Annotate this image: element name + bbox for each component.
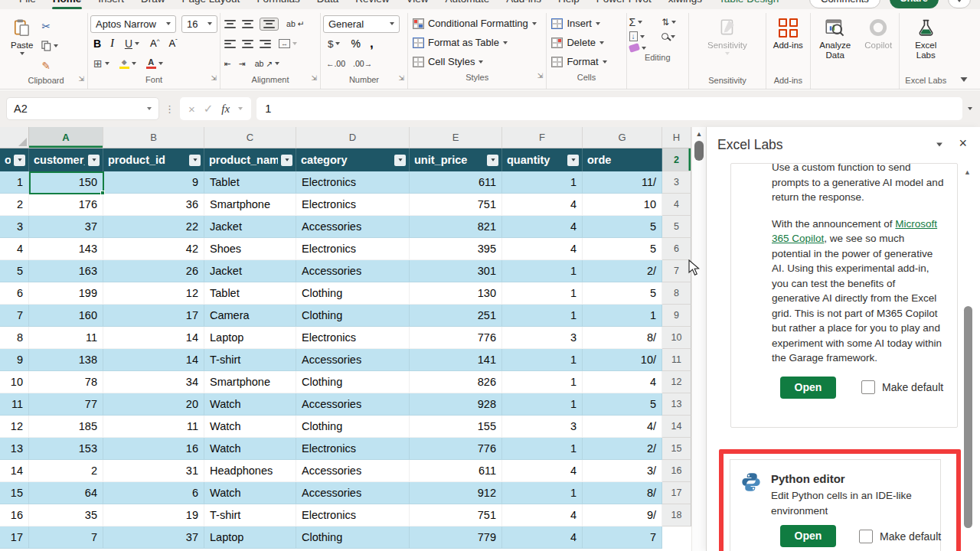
borders-button[interactable]: ⊞ [92, 55, 111, 73]
cell[interactable]: 8 [0, 327, 29, 349]
cell[interactable]: 5 [583, 216, 662, 238]
cell[interactable]: 4 [502, 527, 583, 549]
cell[interactable]: Electronics [296, 504, 410, 527]
row-header-12[interactable]: 12 [662, 371, 691, 393]
cell[interactable]: 19 [103, 504, 204, 527]
cell[interactable]: 4 [502, 460, 583, 482]
cell[interactable]: Electronics [296, 438, 410, 460]
cell[interactable]: 3/ [583, 460, 662, 482]
cell[interactable]: 10 [0, 371, 29, 393]
row-header-10[interactable]: 10 [662, 327, 691, 349]
cell[interactable]: 20 [103, 393, 204, 416]
add-ins-button[interactable]: Add-ins [769, 14, 807, 53]
increase-indent-button[interactable]: ⇥ [239, 59, 246, 68]
tab-help[interactable]: Help [550, 0, 588, 9]
filter-button[interactable] [567, 155, 579, 166]
cell[interactable]: Clothing [296, 416, 410, 438]
cell[interactable]: 1 [502, 171, 583, 194]
merge-center-button[interactable]: ↔ [277, 35, 299, 53]
wrap-text-button[interactable]: ab↵ [285, 15, 306, 33]
cell[interactable]: 821 [410, 216, 502, 238]
cell[interactable]: 3 [502, 327, 583, 349]
cell[interactable]: 150 [29, 171, 103, 194]
column-header-G[interactable]: G [583, 127, 662, 148]
row-header-17[interactable]: 17 [662, 482, 691, 504]
cell[interactable]: 36 [103, 194, 204, 216]
cell[interactable]: Watch [204, 438, 296, 460]
cell[interactable]: 13 [0, 438, 29, 460]
cell[interactable]: 7 [29, 527, 103, 549]
table-header-customer_id[interactable]: customer_id [29, 148, 103, 171]
increase-decimal-button[interactable]: .00→ [353, 59, 372, 68]
cell[interactable]: 14 [103, 327, 204, 349]
name-box[interactable]: A2 [6, 97, 159, 120]
cell[interactable]: 11/ [583, 171, 662, 194]
table-header-orde[interactable]: orde [583, 148, 662, 171]
cell[interactable]: 12 [0, 416, 29, 438]
find-select-button[interactable] [662, 31, 686, 41]
cell[interactable]: Electronics [296, 194, 410, 216]
row-header-6[interactable]: 6 [662, 238, 691, 260]
insert-function-button[interactable]: fx [221, 103, 230, 116]
share-button[interactable]: Share [890, 0, 939, 8]
cell[interactable]: Clothing [296, 527, 410, 549]
cell[interactable]: 35 [29, 504, 103, 527]
dialog-launcher-icon[interactable]: ⇲ [311, 72, 317, 85]
cell[interactable]: 163 [29, 260, 103, 282]
font-color-button[interactable]: A [145, 55, 165, 73]
cell[interactable]: 6 [0, 282, 29, 305]
bold-button[interactable]: B [93, 37, 101, 50]
cell[interactable]: Electronics [296, 327, 410, 349]
filter-button[interactable] [394, 155, 406, 166]
format-cells-button[interactable]: Format [551, 52, 623, 71]
cell[interactable]: 8/ [583, 327, 662, 349]
format-as-table-button[interactable]: Format as Table [413, 33, 544, 52]
row-header-18[interactable]: 18 [662, 504, 691, 527]
conditional-formatting-button[interactable]: Conditional Formatting [413, 14, 544, 33]
cell[interactable]: Clothing [296, 282, 410, 305]
cell[interactable]: 1 [502, 305, 583, 327]
cell[interactable]: 12 [103, 282, 204, 305]
tab-add-ins[interactable]: Add-ins [498, 0, 550, 9]
cell[interactable]: 395 [410, 238, 502, 260]
dialog-launcher-icon[interactable]: ⇲ [79, 73, 85, 86]
row-header-11[interactable]: 11 [662, 349, 691, 371]
cell[interactable]: Accessories [296, 260, 410, 282]
fill-color-button[interactable]: ◆ [118, 55, 138, 73]
tab-automate[interactable]: Automate [436, 0, 498, 9]
fill-button[interactable]: ↓ [629, 31, 656, 41]
column-header-E[interactable]: E [410, 127, 502, 148]
cell[interactable]: 1 [502, 438, 583, 460]
cell[interactable]: 5 [583, 238, 662, 260]
delete-cells-button[interactable]: Delete [551, 33, 623, 52]
cell[interactable]: 2 [0, 194, 29, 216]
column-header-F[interactable]: F [502, 127, 583, 148]
cell[interactable]: 176 [29, 194, 103, 216]
cell[interactable]: 1 [502, 260, 583, 282]
cell[interactable]: 16 [103, 438, 204, 460]
formula-input[interactable]: 1 [256, 97, 962, 120]
table-header-unit_price[interactable]: unit_price [410, 148, 502, 171]
cell[interactable]: 251 [410, 305, 502, 327]
cell[interactable]: 5 [583, 282, 662, 305]
font-name-combo[interactable]: Aptos Narrow [90, 15, 176, 33]
comments-button[interactable]: Comments [809, 0, 880, 8]
cell[interactable]: 826 [410, 371, 502, 393]
cell[interactable]: Headphones [204, 460, 296, 482]
row-header-13[interactable]: 13 [662, 393, 691, 416]
cell[interactable]: 1 [502, 371, 583, 393]
cell[interactable]: 3 [0, 216, 29, 238]
cell[interactable]: 3 [502, 416, 583, 438]
grow-font-button[interactable]: A^ [150, 37, 159, 49]
cell[interactable]: Laptop [204, 327, 296, 349]
expand-formula-bar-button[interactable] [968, 107, 972, 110]
cell[interactable]: T-shirt [204, 504, 296, 527]
tab-draw[interactable]: Draw [132, 0, 174, 9]
cell[interactable]: 6 [103, 482, 204, 504]
cell[interactable]: 11 [29, 327, 103, 349]
orientation-button[interactable]: ab↗ [253, 55, 282, 73]
cell[interactable]: 185 [29, 416, 103, 438]
cell[interactable]: 14 [103, 349, 204, 371]
tab-home[interactable]: Home [44, 0, 90, 9]
row-header-8[interactable]: 8 [662, 282, 691, 305]
